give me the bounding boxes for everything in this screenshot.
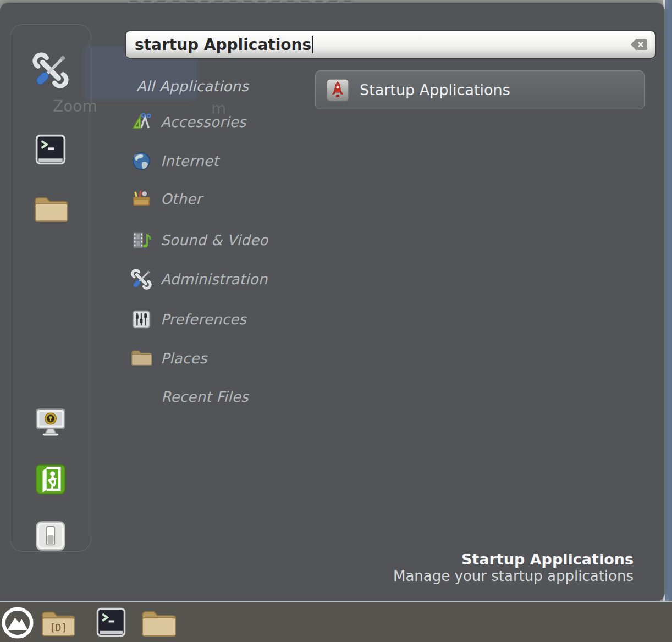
clear-search-icon[interactable] — [630, 38, 648, 51]
menu-button[interactable] — [1, 606, 34, 639]
category-label: Places — [161, 350, 207, 367]
selected-app-info: Startup Applications Manage your startup… — [393, 551, 634, 585]
category-label: Accessories — [161, 114, 246, 130]
category-all-applications[interactable]: All Applications — [136, 67, 249, 106]
selected-app-title: Startup Applications — [393, 551, 634, 568]
folder-emblem: [D] — [49, 622, 67, 633]
category-label: Sound & Video — [161, 232, 268, 248]
category-label: Internet — [161, 153, 219, 169]
terminal-icon — [35, 134, 67, 165]
category-label: Other — [161, 191, 202, 207]
category-label: All Applications — [136, 78, 249, 95]
power-switch-icon — [35, 520, 67, 552]
result-label: Startup Applications — [360, 81, 510, 98]
desktop-folder-button[interactable]: [D] — [41, 607, 75, 638]
category-sound-video[interactable]: Sound & Video — [131, 220, 268, 260]
text-caret — [312, 36, 313, 53]
taskbar-terminal-button[interactable] — [96, 607, 126, 638]
toolbox-icon — [131, 189, 152, 209]
category-places[interactable]: Places — [131, 339, 207, 378]
terminal-button[interactable] — [35, 134, 67, 165]
search-input[interactable]: startup Applications — [125, 30, 656, 59]
category-label: Administration — [161, 271, 267, 287]
category-other[interactable]: Other — [131, 179, 202, 219]
search-value: startup Applications — [135, 36, 311, 54]
file-manager-button[interactable] — [141, 607, 176, 638]
desktop: Zoom m — [0, 0, 672, 642]
internet-globe-icon — [131, 151, 152, 171]
lock-screen-icon — [34, 406, 67, 439]
category-preferences[interactable]: Preferences — [131, 300, 246, 339]
folder-d-icon: [D] — [41, 607, 75, 638]
startup-rocket-icon — [326, 78, 350, 102]
files-button[interactable] — [34, 193, 68, 224]
logout-button[interactable] — [35, 463, 67, 495]
result-startup-applications[interactable]: Startup Applications — [315, 70, 645, 109]
category-accessories[interactable]: Accessories — [131, 102, 246, 142]
selected-app-description: Manage your startup applications — [393, 568, 634, 585]
category-label: Preferences — [161, 311, 246, 328]
places-folder-icon — [131, 348, 152, 369]
preferences-sliders-icon — [131, 309, 152, 330]
administration-tools-icon — [131, 269, 152, 290]
terminal-icon — [96, 607, 126, 638]
logout-exit-icon — [35, 463, 67, 495]
category-label: Recent Files — [161, 389, 249, 405]
lock-screen-button[interactable] — [34, 406, 67, 439]
sound-video-icon — [131, 230, 152, 251]
mint-mountain-logo — [1, 606, 34, 639]
category-administration[interactable]: Administration — [131, 259, 267, 299]
taskbar: [D] — [0, 601, 672, 642]
system-tools-button[interactable] — [32, 52, 69, 88]
wrench-screwdriver-icon — [32, 52, 69, 88]
accessories-icon — [131, 112, 152, 132]
category-recent-files[interactable]: Recent Files — [161, 377, 249, 417]
folder-icon — [34, 193, 68, 224]
folder-icon — [141, 607, 176, 638]
favorites-sidebar — [10, 24, 91, 552]
category-internet[interactable]: Internet — [131, 141, 219, 181]
shutdown-button[interactable] — [35, 520, 67, 552]
